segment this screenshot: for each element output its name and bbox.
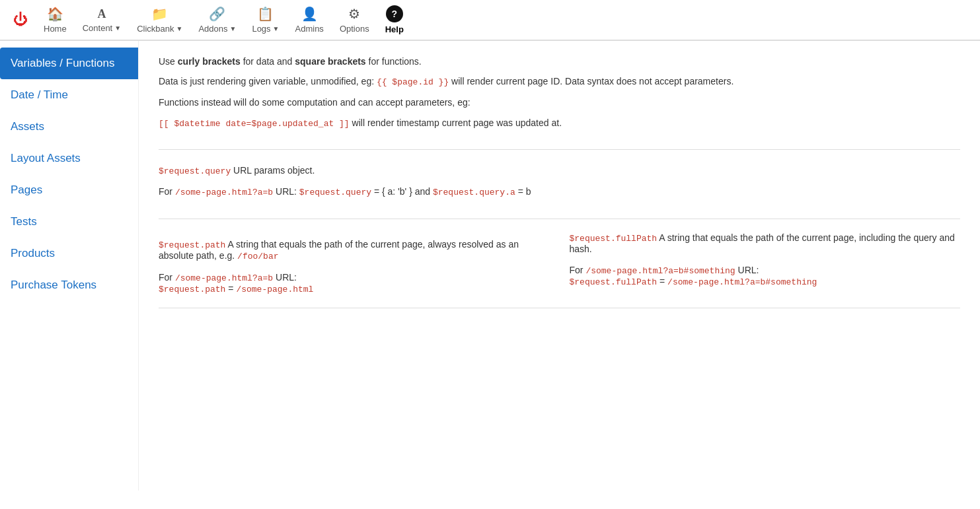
nav-clickbank[interactable]: 📁 Clickbank ▼ <box>137 6 182 34</box>
sidebar-item-tests[interactable]: Tests <box>0 206 138 238</box>
nav-content[interactable]: A Content ▼ <box>83 7 121 33</box>
home-icon: 🏠 <box>47 6 63 22</box>
request-path-result: $request.path = /some-page.html <box>159 283 550 294</box>
intro-section: Use curly brackets for data and square b… <box>159 54 960 150</box>
path-example-url: /some-page.html?a=b <box>175 273 273 283</box>
sidebar-item-date-time[interactable]: Date / Time <box>0 79 138 111</box>
nav-admins-label: Admins <box>295 24 324 34</box>
top-navigation: ⏻ 🏠 Home A Content ▼ 📁 Clickbank ▼ 🔗 Add… <box>0 0 980 41</box>
nav-addons-label: Addons <box>198 24 227 34</box>
addons-icon: 🔗 <box>209 6 225 22</box>
nav-help-label: Help <box>385 24 404 34</box>
sidebar-item-products[interactable]: Products <box>0 238 138 269</box>
request-fullpath-desc: $request.fullPath A string that equals t… <box>570 232 961 254</box>
right-column: $request.fullPath A string that equals t… <box>570 232 961 294</box>
left-column: $request.path A string that equals the p… <box>159 232 550 294</box>
addons-dropdown-arrow: ▼ <box>230 25 237 32</box>
request-query-code: $request.query <box>159 166 231 176</box>
sidebar-item-assets[interactable]: Assets <box>0 111 138 143</box>
content-area: Use curly brackets for data and square b… <box>139 41 980 491</box>
admins-icon: 👤 <box>301 6 318 22</box>
nav-help[interactable]: ? Help <box>385 5 404 34</box>
request-path-desc: $request.path A string that equals the p… <box>159 239 550 261</box>
request-fullpath-ref: $request.fullPath <box>570 277 658 287</box>
request-query-title: $request.query URL params object. <box>159 163 960 179</box>
request-path-ref: $request.path <box>159 285 225 294</box>
request-query-example: For /some-page.html?a=b URL: $request.qu… <box>159 184 960 200</box>
datetime-code: [[ $datetime date=$page.updated_at ]] <box>159 119 350 129</box>
bottom-divider <box>159 308 960 308</box>
nav-content-label: Content <box>83 23 113 33</box>
curly-brackets-text: curly brackets <box>178 56 241 67</box>
intro-line2: Data is just rendering given variable, u… <box>159 74 960 90</box>
request-path-for: For /some-page.html?a=b URL: <box>159 272 550 283</box>
sidebar-item-variables-functions[interactable]: Variables / Functions <box>0 48 138 79</box>
intro-line3: Functions instead will do some computati… <box>159 95 960 110</box>
logs-dropdown-arrow: ▼ <box>273 25 280 32</box>
content-dropdown-arrow: ▼ <box>114 24 121 32</box>
request-query-ref: $request.query <box>299 187 371 197</box>
clickbank-icon: 📁 <box>151 6 168 22</box>
nav-clickbank-label: Clickbank <box>137 24 174 34</box>
sidebar: Variables / Functions Date / Time Assets… <box>0 41 139 491</box>
request-fullpath-for: For /some-page.html?a=b#something URL: <box>570 265 961 276</box>
nav-logs-label: Logs <box>252 24 270 34</box>
two-column-section: $request.path A string that equals the p… <box>159 232 960 294</box>
nav-addons[interactable]: 🔗 Addons ▼ <box>198 6 236 34</box>
nav-options[interactable]: ⚙ Options <box>340 6 369 34</box>
clickbank-dropdown-arrow: ▼ <box>176 25 183 32</box>
sidebar-item-layout-assets[interactable]: Layout Assets <box>0 143 138 174</box>
content-icon: A <box>97 7 106 21</box>
logs-icon: 📋 <box>257 6 274 22</box>
request-fullpath-result: $request.fullPath = /some-page.html?a=b#… <box>570 276 961 287</box>
help-icon: ? <box>386 5 403 22</box>
request-fullpath-code: $request.fullPath <box>570 234 658 244</box>
nav-home-label: Home <box>44 24 67 34</box>
sidebar-item-pages[interactable]: Pages <box>0 174 138 206</box>
request-path-code: $request.path <box>159 240 225 250</box>
nav-options-label: Options <box>340 24 369 34</box>
fullpath-example-url: /some-page.html?a=b#something <box>585 266 735 276</box>
page-id-code: {{ $page.id }} <box>377 77 449 87</box>
intro-code-example: [[ $datetime date=$page.updated_at ]] wi… <box>159 116 960 131</box>
sidebar-item-purchase-tokens[interactable]: Purchase Tokens <box>0 269 138 301</box>
power-icon[interactable]: ⏻ <box>13 11 28 28</box>
intro-line1: Use curly brackets for data and square b… <box>159 54 960 69</box>
request-path-value: /some-page.html <box>236 285 313 294</box>
nav-home[interactable]: 🏠 Home <box>44 6 67 34</box>
square-brackets-text: square brackets <box>295 56 365 67</box>
example-url-1: /some-page.html?a=b <box>175 187 273 197</box>
request-fullpath-value: /some-page.html?a=b#something <box>667 277 817 287</box>
nav-admins[interactable]: 👤 Admins <box>295 6 324 34</box>
main-layout: Variables / Functions Date / Time Assets… <box>0 41 980 491</box>
request-query-section: $request.query URL params object. For /s… <box>159 163 960 219</box>
foo-bar-example: /foo/bar <box>237 252 278 261</box>
request-query-a-ref: $request.query.a <box>433 187 515 197</box>
options-icon: ⚙ <box>348 6 360 22</box>
nav-logs[interactable]: 📋 Logs ▼ <box>252 6 279 34</box>
